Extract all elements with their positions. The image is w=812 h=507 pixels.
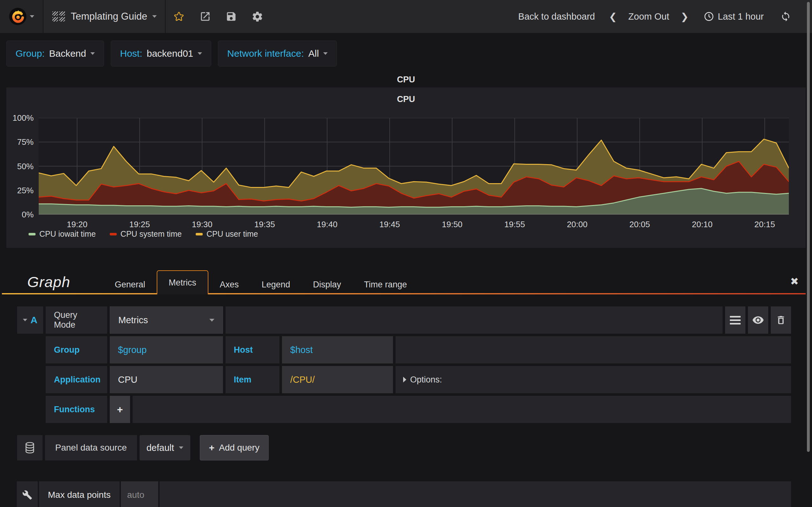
database-icon bbox=[24, 441, 36, 454]
query-delete-button[interactable] bbox=[771, 306, 791, 334]
share-icon bbox=[200, 11, 211, 22]
row-filler bbox=[133, 396, 791, 423]
chevron-right-icon bbox=[403, 377, 406, 383]
group-input[interactable]: $group bbox=[110, 336, 223, 363]
time-range-picker[interactable]: Last 1 hour bbox=[704, 11, 764, 22]
x-axis-tick-label: 19:55 bbox=[504, 220, 525, 229]
query-toggle-visibility-button[interactable] bbox=[748, 306, 768, 334]
add-function-button[interactable]: + bbox=[110, 396, 130, 423]
query-menu-button[interactable] bbox=[725, 306, 745, 334]
tab-display[interactable]: Display bbox=[302, 275, 353, 294]
add-query-label: Add query bbox=[219, 443, 259, 453]
x-axis-tick-label: 20:05 bbox=[629, 220, 650, 229]
query-mode-value: Metrics bbox=[118, 315, 148, 326]
chevron-down-icon bbox=[198, 52, 202, 55]
menu-icon bbox=[730, 316, 741, 325]
functions-label: Functions bbox=[46, 396, 107, 423]
legend-swatch bbox=[110, 233, 117, 235]
save-icon bbox=[225, 11, 237, 22]
save-button[interactable] bbox=[225, 11, 237, 22]
scrollbar-thumb[interactable] bbox=[807, 2, 810, 452]
options-toggle[interactable]: Options: bbox=[396, 366, 791, 393]
clock-icon bbox=[704, 11, 714, 21]
y-axis-tick-label: 100% bbox=[13, 113, 34, 123]
variable-dropdown-host[interactable]: Host: backend01 bbox=[111, 41, 211, 66]
y-axis-tick-label: 25% bbox=[17, 185, 34, 195]
tab-axes[interactable]: Axes bbox=[208, 275, 250, 294]
panel-editor-header: Graph General Metrics Axes Legend Displa… bbox=[0, 268, 812, 294]
datasource-row: Panel data source default + Add query bbox=[0, 435, 812, 460]
tab-time-range[interactable]: Time range bbox=[352, 275, 418, 294]
close-editor-button[interactable]: ✖ bbox=[790, 275, 799, 287]
share-button[interactable] bbox=[200, 11, 211, 22]
variable-dropdown-group[interactable]: Group: Backend bbox=[6, 41, 104, 66]
dashboard-title-dropdown[interactable]: Templating Guide bbox=[71, 11, 157, 22]
template-variables-row: Group: Backend Host: backend01 Network i… bbox=[6, 41, 806, 66]
row-filler bbox=[225, 306, 722, 334]
trash-icon bbox=[775, 315, 786, 326]
settings-button[interactable] bbox=[252, 11, 263, 22]
chevron-down-icon bbox=[23, 319, 27, 321]
legend-label: CPU user time bbox=[206, 229, 258, 239]
eye-icon bbox=[752, 314, 764, 326]
x-axis-tick-label: 19:40 bbox=[317, 220, 338, 229]
variable-label: Group: bbox=[15, 48, 45, 59]
application-input[interactable]: CPU bbox=[110, 366, 223, 393]
legend-swatch bbox=[29, 233, 36, 235]
dashboard-grid-icon bbox=[52, 11, 65, 21]
max-data-points-row: Max data points bbox=[0, 481, 812, 507]
back-to-dashboard-link[interactable]: Back to dashboard bbox=[518, 11, 595, 22]
tab-general[interactable]: General bbox=[103, 275, 157, 294]
chart-title: CPU bbox=[6, 95, 806, 104]
legend-label: CPU iowait time bbox=[39, 229, 96, 239]
x-axis-tick-label: 19:50 bbox=[442, 220, 462, 229]
host-input[interactable]: $host bbox=[282, 336, 393, 363]
dashboard-title: Templating Guide bbox=[71, 11, 147, 22]
query-mode-label: Query Mode bbox=[46, 306, 107, 334]
divider bbox=[165, 0, 165, 33]
application-label: Application bbox=[46, 366, 107, 393]
variable-dropdown-network-interface[interactable]: Network interface: All bbox=[218, 41, 337, 66]
legend-item[interactable]: CPU iowait time bbox=[29, 229, 96, 239]
wrench-icon-cell bbox=[17, 481, 38, 507]
tab-metrics[interactable]: Metrics bbox=[157, 270, 208, 294]
zoom-out-button[interactable]: Zoom Out bbox=[628, 11, 669, 22]
x-axis-tick-label: 20:10 bbox=[692, 220, 712, 229]
shift-time-back-button[interactable]: ❮ bbox=[609, 11, 617, 22]
max-data-points-input[interactable] bbox=[121, 481, 158, 507]
x-axis-tick-label: 19:35 bbox=[254, 220, 275, 229]
legend-label: CPU system time bbox=[120, 229, 182, 239]
variable-value: All bbox=[308, 48, 319, 59]
item-input[interactable]: /CPU/ bbox=[282, 366, 393, 393]
query-mode-select[interactable]: Metrics bbox=[110, 306, 223, 334]
datasource-select[interactable]: default bbox=[140, 435, 190, 460]
x-axis-tick-label: 19:45 bbox=[379, 220, 400, 229]
shift-time-forward-button[interactable]: ❯ bbox=[681, 11, 689, 22]
x-axis-tick-label: 19:20 bbox=[67, 220, 88, 229]
grafana-logo-menu[interactable] bbox=[0, 0, 44, 33]
query-collapse-toggle[interactable]: A bbox=[17, 306, 43, 334]
group-label: Group bbox=[46, 336, 107, 363]
tab-legend[interactable]: Legend bbox=[250, 275, 302, 294]
query-row-group-host: Group $group Host $host bbox=[0, 336, 812, 363]
datasource-value: default bbox=[147, 443, 174, 453]
panel-title[interactable]: CPU bbox=[0, 75, 812, 88]
x-axis-tick-label: 20:00 bbox=[567, 220, 588, 229]
refresh-icon[interactable] bbox=[780, 11, 791, 22]
wrench-icon bbox=[22, 490, 32, 500]
legend-item[interactable]: CPU user time bbox=[196, 229, 258, 239]
chart-legend: CPU iowait time CPU system time CPU user… bbox=[29, 229, 258, 239]
item-label: Item bbox=[225, 366, 280, 393]
time-range-label: Last 1 hour bbox=[718, 11, 764, 22]
datasource-icon-cell bbox=[17, 435, 43, 460]
y-axis-tick-label: 75% bbox=[17, 137, 34, 147]
star-button[interactable] bbox=[173, 10, 185, 22]
query-editor: A Query Mode Metrics Group $group Host $… bbox=[0, 306, 812, 507]
chevron-down-icon bbox=[30, 15, 34, 18]
chevron-down-icon bbox=[179, 447, 183, 449]
query-row-a: A Query Mode Metrics bbox=[0, 306, 812, 334]
add-query-button[interactable]: + Add query bbox=[200, 435, 269, 460]
legend-item[interactable]: CPU system time bbox=[110, 229, 182, 239]
y-axis-tick-label: 0% bbox=[21, 210, 34, 220]
plus-icon: + bbox=[209, 442, 215, 453]
